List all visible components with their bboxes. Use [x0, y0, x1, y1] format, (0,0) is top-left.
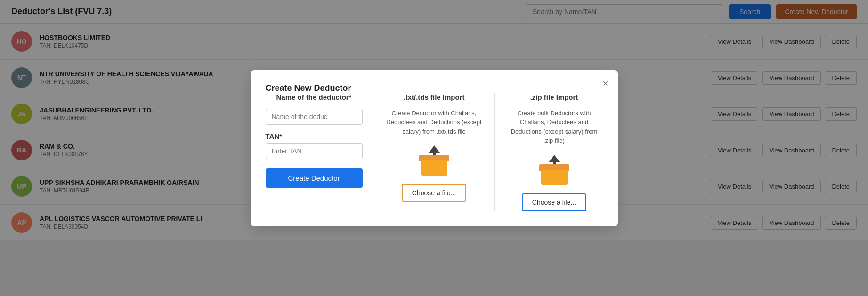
- col2-heading: .txt/.tds file Import: [386, 93, 483, 101]
- box-body-icon-zip: [541, 170, 568, 185]
- col1-heading: Name of the deductor*: [266, 93, 363, 101]
- create-deductor-modal: Create New Deductor × Name of the deduct…: [251, 70, 618, 226]
- upload-box-icon-zip: [539, 155, 569, 185]
- choose-file-zip-button[interactable]: Choose a file...: [522, 193, 586, 211]
- modal-columns: Name of the deductor* TAN* Create Deduct…: [266, 93, 603, 211]
- choose-file-txt-button[interactable]: Choose a file...: [402, 184, 466, 202]
- col3-heading: .zip file Import: [506, 93, 603, 101]
- deductor-name-input[interactable]: [266, 109, 363, 125]
- upload-icon-txt: [386, 145, 483, 176]
- modal-col-txt: .txt/.tds file Import Create Deductor wi…: [374, 93, 495, 211]
- modal-close-button[interactable]: ×: [603, 79, 608, 88]
- modal-col-manual: Name of the deductor* TAN* Create Deduct…: [266, 93, 374, 211]
- tan-label: TAN*: [266, 132, 363, 140]
- tan-input[interactable]: [266, 143, 363, 159]
- modal-overlay: Create New Deductor × Name of the deduct…: [0, 0, 868, 296]
- modal-col-zip: .zip file Import Create bulk Deductors w…: [495, 93, 603, 211]
- box-body-icon: [421, 160, 447, 176]
- upload-box-icon: [419, 145, 449, 176]
- col2-desc: Create Deductor with Challans, Deductees…: [386, 109, 483, 136]
- upload-icon-zip: [506, 155, 603, 185]
- modal-title: Create New Deductor: [266, 83, 351, 93]
- create-deductor-button[interactable]: Create Deductor: [266, 168, 363, 188]
- col3-desc: Create bulk Deductors with Challans, Ded…: [506, 109, 603, 145]
